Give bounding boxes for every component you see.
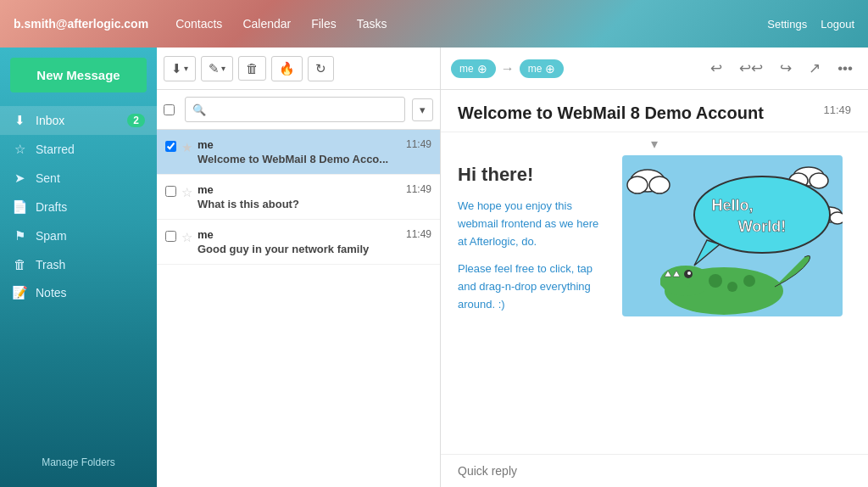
email-star-3[interactable]: ☆ <box>181 230 192 245</box>
sidebar-item-spam[interactable]: ⚑ Spam <box>0 221 157 250</box>
mark-button[interactable]: 🔥 <box>271 56 303 81</box>
svg-point-20 <box>687 271 691 275</box>
email-subject-3: Good guy in your network family <box>198 243 431 255</box>
compose-caret: ▾ <box>221 64 225 73</box>
svg-point-23 <box>743 275 755 287</box>
email-subject-2: What is this about? <box>198 198 431 210</box>
inbox-view-caret: ▾ <box>184 64 188 73</box>
nav-files[interactable]: Files <box>311 17 337 31</box>
from-badge-label: me <box>459 63 474 75</box>
flame-icon: 🔥 <box>279 61 295 76</box>
email-star-2[interactable]: ☆ <box>181 185 192 200</box>
sidebar-item-sent[interactable]: ➤ Sent <box>0 164 157 193</box>
svg-point-6 <box>810 173 828 188</box>
logout-link[interactable]: Logout <box>821 18 854 31</box>
svg-text:Hello,: Hello, <box>711 197 753 214</box>
nav-calendar[interactable]: Calendar <box>242 17 291 31</box>
email-time-3: 11:49 <box>406 228 431 241</box>
search-bar: 🔍 <box>185 97 405 122</box>
sent-icon: ➤ <box>12 171 27 186</box>
from-to-area: me ⊕ → me ⊕ <box>451 59 698 78</box>
sidebar-item-drafts[interactable]: 📄 Drafts <box>0 193 157 221</box>
svg-point-22 <box>727 282 737 292</box>
star-icon: ☆ <box>12 142 27 157</box>
inbox-view-icon: ⬇ <box>171 61 182 76</box>
trash-icon: 🗑 <box>12 257 27 271</box>
manage-folders-link[interactable]: Manage Folders <box>0 448 157 477</box>
compose-button[interactable]: ✎ ▾ <box>201 56 233 81</box>
email-list-panel: ⬇ ▾ ✎ ▾ 🗑 🔥 ↻ 🔍 ▾ <box>157 48 441 487</box>
email-image-side: Hello, World! <box>622 155 851 324</box>
email-view-header: Welcome to WebMail 8 Demo Account 11:49 <box>441 90 868 132</box>
email-view-toolbar: me ⊕ → me ⊕ ↩ ↩↩ ↪ ↗ ••• <box>441 48 868 90</box>
reply-all-button[interactable]: ↩↩ <box>734 56 768 81</box>
sidebar-label-starred: Starred <box>36 143 75 156</box>
email-item-2[interactable]: ☆ me 11:49 What is this about? <box>157 175 440 220</box>
email-body-para1: We hope you enjoy this webmail frontend … <box>458 198 605 250</box>
search-area: 🔍 ▾ <box>157 90 440 130</box>
quick-reply-area <box>441 454 868 487</box>
email-checkbox-3[interactable] <box>165 231 176 242</box>
drafts-icon: 📄 <box>12 199 27 215</box>
view-toolbar-right: ↩ ↩↩ ↪ ↗ ••• <box>705 56 858 81</box>
from-badge-plus: ⊕ <box>477 62 487 76</box>
new-message-button[interactable]: New Message <box>10 58 147 92</box>
user-email: b.smith@afterlogic.com <box>14 17 148 31</box>
email-item-1[interactable]: ★ me 11:49 Welcome to WebMail 8 Demo Acc… <box>157 130 440 175</box>
email-view-panel: me ⊕ → me ⊕ ↩ ↩↩ ↪ ↗ ••• Welcome to WebM… <box>441 48 868 487</box>
settings-link[interactable]: Settings <box>767 18 807 31</box>
email-from-3: me <box>198 228 214 241</box>
email-subject-1: Welcome to WebMail 8 Demo Acco... <box>198 153 431 165</box>
select-all-checkbox[interactable] <box>164 104 175 115</box>
sidebar-item-notes[interactable]: 📝 Notes <box>0 278 157 307</box>
svg-point-9 <box>830 212 843 224</box>
delete-button[interactable]: 🗑 <box>238 56 266 81</box>
inbox-view-button[interactable]: ⬇ ▾ <box>164 56 196 81</box>
more-options-button[interactable]: ••• <box>832 57 858 81</box>
search-input[interactable] <box>209 104 398 116</box>
nav-links: Contacts Calendar Files Tasks <box>175 17 387 31</box>
open-external-button[interactable]: ↗ <box>804 56 826 81</box>
direction-arrow-icon: → <box>501 61 515 76</box>
quick-reply-input[interactable] <box>458 464 851 478</box>
expand-details-button[interactable]: ▾ <box>441 132 868 155</box>
svg-point-3 <box>649 176 670 193</box>
svg-text:World!: World! <box>738 218 787 235</box>
email-content-1: me 11:49 Welcome to WebMail 8 Demo Acco.… <box>198 138 431 165</box>
email-content-2: me 11:49 What is this about? <box>198 183 431 210</box>
inbox-icon: ⬇ <box>12 113 27 128</box>
email-item-3[interactable]: ☆ me 11:49 Good guy in your network fami… <box>157 220 440 265</box>
filter-dropdown-button[interactable]: ▾ <box>412 98 433 121</box>
sidebar-label-drafts: Drafts <box>36 200 67 214</box>
svg-point-2 <box>627 176 648 193</box>
email-checkbox-2[interactable] <box>165 186 176 197</box>
to-badge: me ⊕ <box>520 59 565 78</box>
notes-icon: 📝 <box>12 285 27 300</box>
svg-point-21 <box>709 274 722 288</box>
nav-contacts[interactable]: Contacts <box>175 17 222 31</box>
sidebar-label-spam: Spam <box>36 229 67 243</box>
to-badge-plus: ⊕ <box>545 62 555 76</box>
trash-icon: 🗑 <box>246 61 259 76</box>
sidebar-item-trash[interactable]: 🗑 Trash <box>0 250 157 278</box>
sidebar-item-starred[interactable]: ☆ Starred <box>0 135 157 164</box>
forward-button[interactable]: ↪ <box>775 56 797 81</box>
search-icon: 🔍 <box>192 104 206 116</box>
email-from-1: me <box>198 138 214 151</box>
spam-icon: ⚑ <box>12 228 27 244</box>
hello-world-illustration: Hello, World! <box>622 155 843 316</box>
email-view-time: 11:49 <box>823 104 851 116</box>
svg-rect-16 <box>660 277 690 287</box>
email-checkbox-1[interactable] <box>165 141 176 152</box>
email-body: Hi there! We hope you enjoy this webmail… <box>441 155 868 454</box>
sidebar-item-inbox[interactable]: ⬇ Inbox 2 <box>0 106 157 135</box>
sidebar: New Message ⬇ Inbox 2 ☆ Starred ➤ Sent 📄… <box>0 48 157 487</box>
email-star-1[interactable]: ★ <box>181 140 192 155</box>
reply-button[interactable]: ↩ <box>705 56 727 81</box>
refresh-button[interactable]: ↻ <box>308 56 334 81</box>
refresh-icon: ↻ <box>315 61 326 76</box>
nav-tasks[interactable]: Tasks <box>357 17 387 31</box>
email-list-toolbar: ⬇ ▾ ✎ ▾ 🗑 🔥 ↻ <box>157 48 440 90</box>
email-time-1: 11:49 <box>406 138 431 151</box>
sidebar-label-trash: Trash <box>36 258 65 271</box>
